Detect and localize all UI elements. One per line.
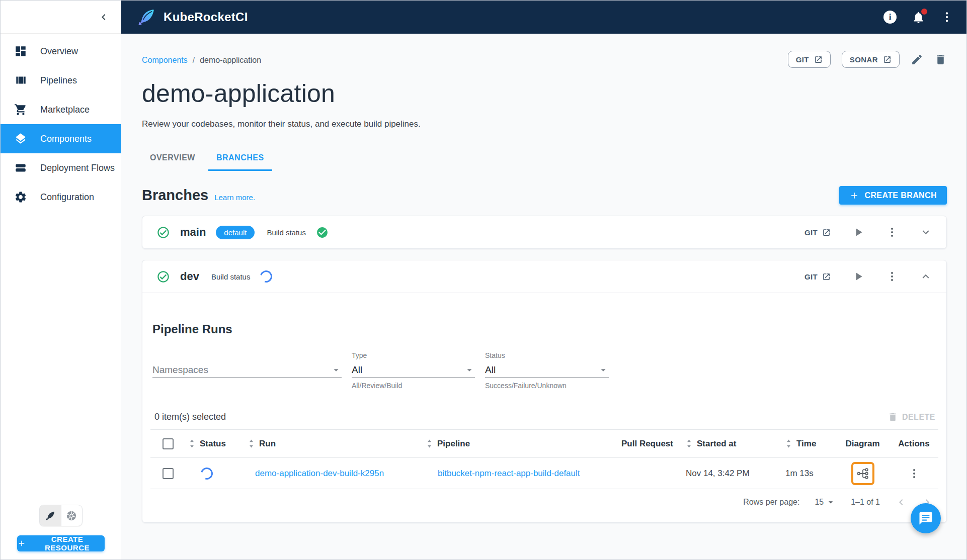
type-filter-helper: All/Review/Build (352, 382, 475, 390)
previous-page-button[interactable] (895, 496, 907, 508)
page-subtitle: Review your codebases, monitor their sta… (142, 119, 947, 129)
rocket-view-toggle[interactable] (40, 505, 61, 526)
notification-badge (921, 9, 927, 15)
breadcrumb: Components / demo-application (142, 51, 261, 65)
column-header-started-at[interactable]: Started at (697, 439, 736, 449)
default-badge: default (216, 226, 255, 239)
sidebar-item-overview[interactable]: Overview (1, 37, 121, 66)
branch-card-dev: dev Build status GIT (142, 260, 947, 523)
column-header-status[interactable]: Status (200, 439, 226, 449)
sidebar-item-marketplace[interactable]: Marketplace (1, 95, 121, 124)
create-resource-button[interactable]: CREATE RESOURCE (17, 535, 105, 551)
sidebar-item-components[interactable]: Components (1, 124, 121, 153)
selection-count: 0 item(s) selected (154, 412, 226, 422)
sort-icon[interactable] (686, 439, 692, 448)
branch-card-main: main default Build status GIT (142, 216, 947, 249)
branch-menu-button[interactable] (886, 226, 898, 238)
collapse-sidebar-button[interactable] (98, 11, 110, 23)
status-filter[interactable]: Status All Success/Failure/Unknown (485, 351, 609, 390)
build-status-label: Build status (211, 272, 251, 281)
sidebar-item-pipelines[interactable]: Pipelines (1, 66, 121, 95)
trash-icon (888, 412, 898, 422)
plus-icon (849, 191, 859, 201)
diagram-button-highlighted[interactable] (851, 462, 874, 485)
sort-icon[interactable] (785, 439, 792, 448)
play-icon (852, 226, 865, 239)
branch-menu-button[interactable] (886, 270, 898, 283)
column-header-pull-request[interactable]: Pull Request (621, 439, 673, 449)
plus-icon (17, 539, 26, 548)
branch-name: dev (180, 270, 199, 283)
chevron-up-icon (919, 270, 932, 283)
chat-fab-button[interactable] (911, 503, 941, 533)
dashboard-icon (14, 45, 27, 58)
time-cell: 1m 13s (785, 469, 814, 479)
more-vert-icon (940, 11, 953, 24)
run-build-button[interactable] (852, 226, 865, 239)
build-success-icon (316, 226, 329, 239)
sort-icon[interactable] (426, 439, 433, 448)
select-all-checkbox[interactable] (163, 438, 174, 449)
external-link-icon (822, 272, 831, 281)
external-link-icon (883, 55, 892, 64)
branch-git-link[interactable]: GIT (804, 228, 831, 237)
sidebar-item-configuration[interactable]: Configuration (1, 182, 121, 212)
branch-git-link[interactable]: GIT (804, 272, 831, 281)
git-button[interactable]: GIT (788, 51, 831, 68)
column-header-run[interactable]: Run (259, 439, 276, 449)
namespaces-filter[interactable]: Namespaces (152, 351, 342, 390)
run-link[interactable]: demo-application-dev-build-k295n (255, 469, 384, 479)
sonar-button[interactable]: SONAR (842, 51, 900, 68)
delete-selected-button[interactable]: DELETE (888, 412, 935, 422)
play-icon (852, 270, 865, 283)
namespaces-placeholder: Namespaces (152, 364, 208, 376)
rows-per-page-select[interactable]: 15 (815, 497, 836, 507)
table-row: demo-application-dev-build-k295n bitbuck… (150, 458, 938, 489)
brand: KubeRocketCI (136, 7, 248, 27)
sidebar-item-deployment-flows[interactable]: Deployment Flows (1, 153, 121, 182)
gear-icon (14, 191, 27, 204)
column-header-time[interactable]: Time (796, 439, 816, 449)
dropdown-arrow-icon (826, 497, 836, 507)
run-running-spinner-icon (199, 465, 215, 482)
pipeline-link[interactable]: bitbucket-npm-react-app-build-default (438, 469, 580, 479)
tab-branches[interactable]: BRANCHES (208, 147, 272, 171)
branches-heading: Branches (142, 187, 208, 204)
column-header-pipeline[interactable]: Pipeline (437, 439, 470, 449)
learn-more-link[interactable]: Learn more. (214, 193, 255, 202)
external-link-icon (814, 55, 823, 64)
dropdown-arrow-icon (598, 364, 609, 376)
tab-overview[interactable]: OVERVIEW (142, 147, 203, 171)
create-branch-button[interactable]: CREATE BRANCH (839, 186, 947, 205)
breadcrumb-components-link[interactable]: Components (142, 56, 188, 65)
delete-component-button[interactable] (934, 53, 947, 66)
kubernetes-view-toggle[interactable] (61, 505, 82, 526)
info-icon[interactable]: i (883, 11, 897, 24)
breadcrumb-separator: / (193, 56, 195, 65)
type-filter[interactable]: Type All All/Review/Build (352, 351, 475, 390)
row-checkbox[interactable] (163, 468, 174, 479)
notifications-button[interactable] (912, 11, 925, 24)
sidebar-item-label: Components (40, 134, 92, 144)
started-at-cell: Nov 14, 3:42 PM (686, 469, 750, 479)
overflow-menu-button[interactable] (940, 11, 953, 24)
collapse-branch-button[interactable] (919, 270, 932, 283)
chevron-left-icon (98, 11, 110, 23)
expand-branch-button[interactable] (919, 226, 932, 239)
breadcrumb-current: demo-application (200, 56, 261, 65)
sort-icon[interactable] (189, 439, 195, 448)
edit-component-button[interactable] (911, 53, 923, 66)
pencil-icon (911, 53, 923, 66)
sort-icon[interactable] (248, 439, 255, 448)
row-actions-button[interactable] (908, 468, 920, 480)
column-header-diagram: Diagram (845, 439, 879, 449)
quill-rocket-icon (45, 510, 56, 521)
view-mode-toggle (39, 505, 83, 526)
column-header-actions: Actions (898, 439, 929, 449)
layers-icon (14, 132, 27, 145)
branch-ok-icon (156, 226, 170, 239)
run-build-button[interactable] (852, 270, 865, 283)
kuberocketci-logo-icon (136, 7, 156, 27)
chevron-left-icon (895, 496, 907, 508)
external-link-icon (822, 228, 831, 237)
